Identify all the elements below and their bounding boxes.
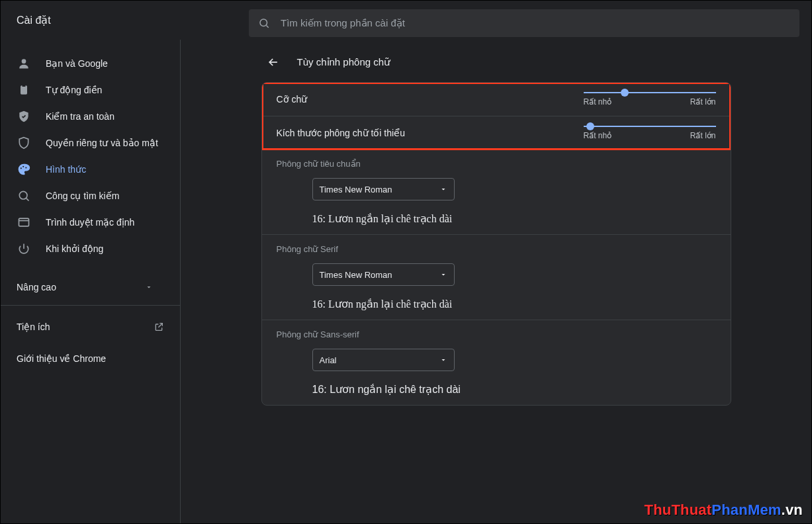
sidebar-item-privacy[interactable]: Quyền riêng tư và bảo mật [1, 130, 180, 156]
svg-rect-3 [21, 85, 27, 94]
sidebar-item-label: Kiểm tra an toàn [46, 111, 114, 122]
palette-icon [17, 163, 31, 176]
browser-icon [17, 216, 31, 229]
sidebar-item-label: Nâng cao [17, 282, 56, 292]
chevron-down-icon [439, 185, 447, 193]
sidebar-item-label: Khi khởi động [46, 243, 103, 254]
svg-point-2 [22, 59, 26, 64]
serif-font-select[interactable]: Times New Roman [312, 263, 455, 286]
sidebar-item-advanced[interactable]: Nâng cao [1, 269, 180, 306]
slider-thumb[interactable] [586, 122, 594, 130]
topbar: Cài đặt [1, 1, 811, 40]
svg-point-8 [19, 191, 27, 199]
search-icon [258, 17, 270, 29]
page-header: Tùy chỉnh phông chữ [261, 56, 731, 82]
highlighted-sliders: Cỡ chữ Rất nhỏ Rất lớn Kích thước phông … [262, 83, 731, 150]
sidebar-item-label: Công cụ tìm kiếm [46, 191, 119, 201]
sidebar-item-autofill[interactable]: Tự động điền [1, 77, 180, 103]
sidebar-item-appearance[interactable]: Hình thức [1, 156, 180, 183]
min-font-size-slider[interactable]: Rất nhỏ Rất lớn [584, 126, 716, 140]
page-title: Tùy chỉnh phông chữ [297, 56, 391, 68]
standard-font-select[interactable]: Times New Roman [312, 178, 455, 200]
sidebar-item-you-and-google[interactable]: Bạn và Google [1, 50, 180, 77]
sidebar-item-search-engine[interactable]: Công cụ tìm kiếm [1, 183, 180, 209]
sidebar-item-label: Quyền riêng tư và bảo mật [46, 138, 158, 148]
app-title: Cài đặt [1, 14, 249, 26]
slider-label: Cỡ chữ [277, 94, 308, 105]
sans-serif-font-row: Phông chữ Sans-serif Arial 16: Lươn ngắn… [262, 320, 731, 405]
standard-font-row: Phông chữ tiêu chuẩn Times New Roman 16:… [262, 150, 731, 235]
svg-point-0 [260, 19, 267, 26]
section-title: Phông chữ Sans-serif [277, 329, 716, 339]
font-sample: 16: Lươn ngắn lại chê trạch dài [312, 212, 716, 225]
slider-max-label: Rất lớn [690, 97, 716, 107]
section-title: Phông chữ Serif [277, 244, 716, 254]
person-icon [17, 57, 31, 70]
select-value: Times New Roman [320, 270, 392, 280]
section-title: Phông chữ tiêu chuẩn [277, 159, 716, 169]
select-value: Times New Roman [320, 185, 392, 195]
slider-thumb[interactable] [621, 89, 629, 97]
main-panel: Tùy chỉnh phông chữ Cỡ chữ Rất nhỏ Rất l… [181, 40, 811, 523]
external-link-icon [154, 322, 164, 332]
svg-point-6 [23, 166, 24, 167]
slider-max-label: Rất lớn [690, 131, 716, 140]
sidebar-item-extensions[interactable]: Tiện ích [1, 311, 180, 343]
clipboard-icon [17, 83, 31, 97]
search-icon [17, 189, 31, 202]
serif-font-row: Phông chữ Serif Times New Roman 16: Lươn… [262, 235, 731, 320]
back-button[interactable] [267, 56, 280, 69]
chevron-down-icon [439, 356, 447, 364]
font-size-slider[interactable]: Rất nhỏ Rất lớn [584, 92, 716, 107]
svg-line-9 [26, 198, 29, 201]
sidebar-item-default-browser[interactable]: Trình duyệt mặc định [1, 209, 180, 236]
sidebar-item-safety-check[interactable]: Kiểm tra an toàn [1, 103, 180, 130]
search-box[interactable] [249, 9, 799, 37]
sidebar-item-label: Tiện ích [17, 322, 50, 332]
sidebar-item-label: Bạn và Google [46, 58, 108, 69]
sidebar-item-label: Giới thiệu về Chrome [17, 353, 106, 364]
sidebar-item-label: Tự động điền [46, 85, 102, 95]
min-font-size-row: Kích thước phông chữ tối thiểu Rất nhỏ R… [262, 116, 731, 150]
svg-point-5 [21, 167, 22, 169]
font-size-row: Cỡ chữ Rất nhỏ Rất lớn [262, 83, 731, 116]
shield-icon [17, 136, 31, 150]
font-sample: 16: Lươn ngắn lại chê trạch dài [312, 298, 716, 310]
sidebar-item-label: Trình duyệt mặc định [46, 217, 134, 228]
svg-rect-4 [23, 85, 26, 87]
slider-label: Kích thước phông chữ tối thiểu [277, 128, 405, 138]
sans-serif-font-select[interactable]: Arial [312, 349, 455, 371]
select-value: Arial [320, 355, 337, 365]
shield-check-icon [17, 110, 31, 123]
sidebar-item-on-startup[interactable]: Khi khởi động [1, 236, 180, 262]
slider-min-label: Rất nhỏ [584, 97, 612, 107]
chevron-down-icon [439, 271, 447, 279]
sidebar-item-about[interactable]: Giới thiệu về Chrome [1, 343, 180, 374]
search-input[interactable] [281, 17, 790, 28]
svg-line-1 [266, 25, 268, 27]
chevron-down-icon [142, 283, 156, 291]
svg-point-7 [25, 167, 26, 168]
settings-card: Cỡ chữ Rất nhỏ Rất lớn Kích thước phông … [261, 82, 731, 406]
power-icon [17, 242, 31, 255]
slider-min-label: Rất nhỏ [584, 131, 612, 140]
sidebar-item-label: Hình thức [46, 164, 86, 175]
font-sample: 16: Lươn ngắn lại chê trạch dài [312, 383, 716, 396]
sidebar: Bạn và Google Tự động điền Kiểm tra an t… [1, 40, 181, 523]
svg-rect-10 [19, 218, 29, 226]
